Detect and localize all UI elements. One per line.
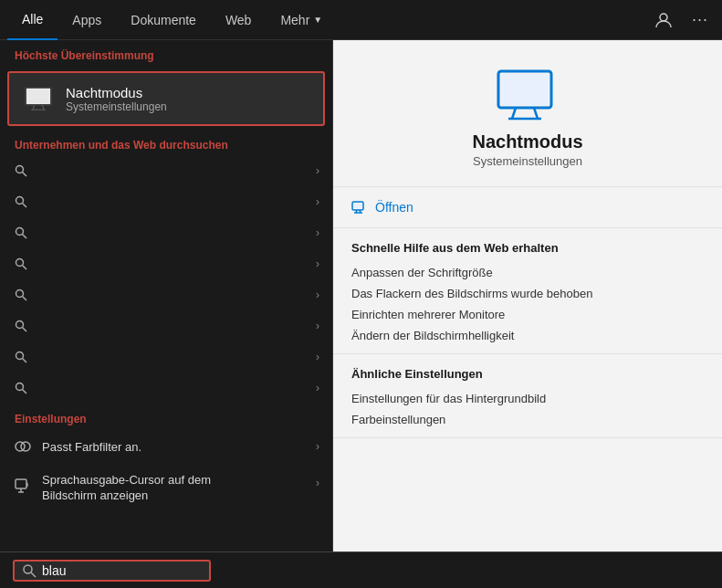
similar-title: Ähnliche Einstellungen (351, 367, 704, 381)
quick-link-4[interactable]: Ändern der Bildschirmhelligkeit (351, 325, 704, 346)
ellipsis-icon: ··· (692, 10, 708, 29)
quick-help-section: Schnelle Hilfe aus dem Web erhalten Anpa… (333, 228, 722, 354)
svg-rect-25 (16, 479, 26, 488)
svg-point-24 (21, 442, 30, 451)
monitor-icon (22, 82, 55, 115)
svg-point-19 (16, 352, 24, 360)
settings-chevron-2: › (316, 477, 319, 489)
svg-point-11 (16, 228, 24, 236)
svg-line-31 (534, 108, 538, 119)
quick-link-3[interactable]: Einrichten mehrerer Monitore (351, 304, 704, 325)
narrator-icon (13, 475, 33, 495)
open-icon (351, 200, 368, 215)
web-search-row-5[interactable]: › (0, 279, 332, 310)
svg-line-18 (23, 328, 27, 332)
detail-title: Nachtmodus (472, 131, 582, 152)
top-nav: Alle Apps Dokumente Web Mehr ▼ ··· (0, 0, 722, 40)
tab-apps[interactable]: Apps (58, 0, 116, 40)
svg-line-10 (23, 204, 27, 208)
tab-web[interactable]: Web (211, 0, 267, 40)
detail-subtitle: Systemeinstellungen (473, 154, 582, 168)
svg-point-7 (16, 166, 24, 173)
nav-right: ··· (649, 5, 715, 35)
search-icon-7 (13, 349, 29, 365)
detail-header: Nachtmodus Systemeinstellungen (333, 40, 722, 187)
chevron-right-icon-7: › (316, 351, 319, 363)
quick-help-title: Schnelle Hilfe aus dem Web erhalten (351, 241, 704, 255)
chevron-down-icon: ▼ (313, 15, 322, 25)
web-search-row-7[interactable]: › (0, 341, 332, 373)
tab-alle[interactable]: Alle (7, 0, 58, 40)
svg-rect-29 (501, 74, 549, 105)
similar-link-1[interactable]: Einstellungen für das Hintergrundbild (351, 388, 704, 409)
web-search-row-3[interactable]: › (0, 217, 332, 248)
chevron-right-icon-3: › (316, 226, 319, 239)
svg-point-21 (16, 383, 24, 391)
similar-link-2[interactable]: Farbeinstellungen (351, 409, 704, 430)
tab-dokumente[interactable]: Dokumente (116, 0, 211, 40)
chevron-right-icon-8: › (316, 382, 319, 394)
search-bar (0, 551, 722, 588)
settings-item-2-text: Sprachausgabe-Cursor auf dem Bildschirm … (42, 473, 261, 504)
web-search-row-4[interactable]: › (0, 248, 332, 279)
svg-line-22 (23, 390, 27, 394)
chevron-right-icon-5: › (316, 289, 319, 301)
main-content: Höchste Übereinstimmung Nachtmodus Syste… (0, 40, 722, 551)
chevron-right-icon-1: › (316, 164, 319, 177)
web-search-row-2[interactable]: › (0, 186, 332, 217)
search-icon-1 (13, 163, 29, 179)
svg-line-30 (512, 108, 516, 119)
svg-point-9 (16, 197, 24, 205)
best-match-name: Nachtmodus (66, 85, 167, 100)
svg-line-39 (31, 572, 36, 577)
quick-link-2[interactable]: Das Flackern des Bildschirms wurde behob… (351, 283, 704, 304)
best-match-title: Höchste Übereinstimmung (0, 40, 332, 68)
svg-line-16 (23, 297, 27, 301)
more-options-button[interactable]: ··· (685, 5, 715, 35)
search-bar-box (13, 560, 211, 582)
search-icon-8 (13, 380, 29, 396)
search-icon-6 (13, 318, 29, 334)
settings-section-title: Einstellungen (0, 404, 332, 429)
best-match-sub: Systemeinstellungen (66, 100, 167, 113)
best-match-item[interactable]: Nachtmodus Systemeinstellungen (7, 71, 325, 126)
svg-line-20 (23, 359, 27, 363)
detail-monitor-icon (496, 68, 560, 122)
search-icon-4 (13, 256, 29, 272)
settings-item-1-text: Passt Farbfilter an. (42, 440, 141, 454)
settings-item-2[interactable]: Sprachausgabe-Cursor auf dem Bildschirm … (0, 464, 332, 513)
quick-link-1[interactable]: Anpassen der Schriftgröße (351, 262, 704, 283)
svg-line-14 (23, 266, 27, 270)
svg-point-13 (16, 259, 24, 267)
chevron-right-icon-6: › (316, 320, 319, 332)
svg-rect-34 (354, 204, 361, 208)
chevron-right-icon-2: › (316, 195, 319, 208)
web-search-row-6[interactable]: › (0, 310, 332, 341)
chevron-right-icon-4: › (316, 257, 319, 270)
web-search-row-8[interactable]: › (0, 373, 332, 404)
tab-mehr[interactable]: Mehr ▼ (266, 0, 337, 40)
search-icon-2 (13, 194, 29, 210)
svg-line-12 (23, 235, 27, 239)
person-icon (654, 11, 673, 29)
settings-chevron-1: › (316, 440, 319, 453)
svg-line-8 (23, 173, 27, 177)
search-input[interactable] (42, 563, 202, 578)
nav-tabs: Alle Apps Dokumente Web Mehr ▼ (7, 0, 649, 40)
left-panel: Höchste Übereinstimmung Nachtmodus Syste… (0, 40, 333, 551)
settings-item-1[interactable]: Passt Farbfilter an. › (0, 429, 332, 464)
search-bar-icon (22, 563, 37, 578)
web-search-row-1[interactable]: › (0, 155, 332, 186)
person-icon-button[interactable] (649, 5, 678, 35)
search-icon-3 (13, 225, 29, 241)
svg-point-15 (16, 290, 24, 298)
search-icon-5 (13, 287, 29, 303)
svg-rect-3 (27, 89, 50, 104)
similar-settings-section: Ähnliche Einstellungen Einstellungen für… (333, 354, 722, 438)
svg-point-17 (16, 321, 24, 329)
web-section-title: Unternehmen und das Web durchsuchen (0, 130, 332, 155)
color-filter-icon (13, 436, 33, 457)
svg-point-0 (660, 14, 667, 21)
right-panel: Nachtmodus Systemeinstellungen Öffnen Sc… (333, 40, 722, 551)
open-button[interactable]: Öffnen (333, 187, 722, 228)
